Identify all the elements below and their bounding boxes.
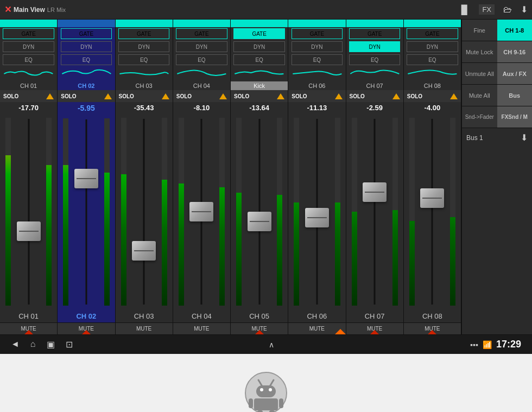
fader-handle-ch04[interactable] — [189, 202, 213, 221]
solo-row-ch07[interactable]: SOLO — [346, 90, 403, 102]
solo-row-ch01[interactable]: SOLO — [0, 90, 57, 102]
solo-row-ch05[interactable]: SOLO — [231, 90, 288, 102]
ch-top-bar-ch08 — [404, 20, 461, 27]
dyn-btn-ch08[interactable]: DYN — [407, 41, 458, 52]
wifi-icon: 📶 — [483, 340, 492, 349]
gate-btn-ch04[interactable]: GATE — [176, 28, 227, 39]
svg-rect-6 — [279, 398, 283, 408]
fader-area-ch02[interactable] — [58, 114, 115, 310]
recent-apps-button[interactable]: ▣ — [47, 339, 55, 350]
fader-track-ch08 — [432, 119, 433, 305]
fader-area-ch04[interactable] — [173, 113, 230, 310]
gate-btn-ch03[interactable]: GATE — [118, 28, 170, 39]
db-value-ch01: -17.70 — [0, 102, 57, 113]
fader-handle-ch07[interactable] — [363, 182, 387, 202]
eq-btn-ch02[interactable]: EQ — [61, 54, 112, 65]
mute-all-label: Mute All — [462, 85, 497, 106]
eq-btn-ch07[interactable]: EQ — [349, 54, 401, 65]
fader-area-ch07[interactable] — [346, 113, 403, 310]
fader-handle-ch06[interactable] — [305, 208, 329, 227]
fader-handle-ch02[interactable] — [74, 169, 98, 188]
gate-btn-ch05[interactable]: GATE — [233, 28, 285, 39]
dyn-btn-ch03[interactable]: DYN — [118, 41, 170, 52]
solo-label-ch01: SOLO — [3, 93, 18, 99]
dyn-btn-ch01[interactable]: DYN — [3, 41, 54, 52]
vu-left-ch01 — [5, 118, 11, 306]
ch18-button[interactable]: CH 1-8 — [497, 20, 533, 41]
vu-right-ch01 — [46, 118, 52, 306]
bus1-label: Bus 1 — [466, 134, 483, 142]
ch916-button[interactable]: CH 9-16 — [497, 41, 533, 62]
eq-btn-ch05[interactable]: EQ — [233, 54, 285, 65]
chevron-up-icon[interactable]: ∧ — [269, 340, 274, 349]
fader-handle-ch03[interactable] — [132, 241, 156, 261]
dyn-btn-ch04[interactable]: DYN — [176, 41, 227, 52]
solo-triangle-ch08 — [450, 93, 458, 99]
fader-area-ch01[interactable] — [0, 113, 57, 310]
mute-btn-ch03[interactable]: MUTE — [116, 322, 173, 334]
vu-right-ch07 — [392, 118, 398, 306]
gate-btn-ch08[interactable]: GATE — [407, 28, 458, 39]
fader-area-ch08[interactable] — [404, 113, 461, 310]
mute-btn-ch01[interactable]: MUTE — [0, 322, 57, 334]
bus-arrow-icon[interactable]: ⬇ — [521, 132, 528, 143]
bus-button[interactable]: Bus — [497, 85, 533, 106]
ch-name-ch08: CH 08 — [404, 81, 461, 90]
fine-row: Fine CH 1-8 — [462, 20, 532, 41]
solo-row-ch02[interactable]: SOLO — [58, 90, 115, 102]
mute-indicator-ch07 — [370, 330, 379, 334]
mute-btn-ch02[interactable]: MUTE — [58, 322, 115, 334]
db-value-ch07: -2.59 — [346, 102, 403, 113]
channel-strip-ch08: GATEDYNEQCH 08SOLO-4.00CH 08MUTE — [404, 20, 461, 334]
aux-fx-button[interactable]: Aux / FX — [497, 63, 533, 84]
folder-icon[interactable]: 🗁 — [503, 5, 512, 15]
mute-indicator-ch05 — [255, 330, 264, 334]
eq-curve-ch02 — [61, 66, 112, 81]
solo-row-ch08[interactable]: SOLO — [404, 90, 461, 102]
fader-area-ch03[interactable] — [116, 113, 173, 310]
mute-btn-ch04[interactable]: MUTE — [173, 322, 230, 334]
mute-btn-ch07[interactable]: MUTE — [346, 322, 403, 334]
solo-row-ch03[interactable]: SOLO — [116, 90, 173, 102]
eq-btn-ch03[interactable]: EQ — [118, 54, 170, 65]
unmute-all-row: Unmute All Aux / FX — [462, 63, 532, 85]
gate-btn-ch02[interactable]: GATE — [61, 28, 112, 39]
eq-btn-ch04[interactable]: EQ — [176, 54, 227, 65]
fader-area-ch06[interactable] — [288, 113, 345, 310]
fader-area-ch05[interactable] — [231, 113, 288, 310]
mute-indicator-orange-ch06 — [335, 329, 346, 334]
snd-fader-label[interactable]: Snd->Fader — [462, 106, 497, 128]
dyn-btn-ch02[interactable]: DYN — [61, 41, 112, 52]
solo-row-ch06[interactable]: SOLO — [288, 90, 345, 102]
eq-btn-ch06[interactable]: EQ — [292, 54, 343, 65]
mute-btn-ch05[interactable]: MUTE — [231, 322, 288, 334]
screenshot-button[interactable]: ⊡ — [66, 339, 73, 350]
svg-rect-8 — [269, 410, 275, 413]
home-button[interactable]: ⌂ — [30, 339, 36, 350]
fx-button[interactable]: FX — [479, 4, 495, 15]
download-icon[interactable]: ⬇ — [521, 4, 528, 15]
gate-btn-ch06[interactable]: GATE — [292, 28, 343, 39]
dyn-btn-ch07[interactable]: DYN — [349, 41, 401, 52]
back-button[interactable]: ◄ — [11, 339, 20, 350]
mute-btn-ch08[interactable]: MUTE — [404, 322, 461, 334]
eq-btn-ch01[interactable]: EQ — [3, 54, 54, 65]
mute-btn-ch06[interactable]: MUTE — [288, 322, 345, 334]
eq-btn-ch08[interactable]: EQ — [407, 54, 458, 65]
channel-strip-ch04: GATEDYNEQCH 04SOLO-8.10CH 04MUTE — [173, 20, 231, 334]
solo-row-ch04[interactable]: SOLO — [173, 90, 230, 102]
dyn-btn-ch06[interactable]: DYN — [292, 41, 343, 52]
gate-btn-ch01[interactable]: GATE — [3, 28, 54, 39]
fader-handle-ch08[interactable] — [420, 188, 444, 208]
solo-triangle-ch07 — [392, 93, 400, 99]
fader-track-ch03 — [143, 119, 145, 305]
top-bar: ✕ Main View LR Mix ▐▌ FX 🗁 ⬇ — [0, 0, 532, 20]
fxsnd-button[interactable]: FXSnd / M — [497, 106, 533, 128]
fader-handle-ch01[interactable] — [17, 221, 41, 241]
fader-handle-ch05[interactable] — [248, 212, 271, 231]
gate-btn-ch07[interactable]: GATE — [349, 28, 401, 39]
vu-left-ch08 — [409, 118, 415, 306]
bars-icon[interactable]: ▐▌ — [458, 5, 471, 15]
dyn-btn-ch05[interactable]: DYN — [233, 41, 285, 52]
vu-left-ch07 — [352, 118, 357, 306]
